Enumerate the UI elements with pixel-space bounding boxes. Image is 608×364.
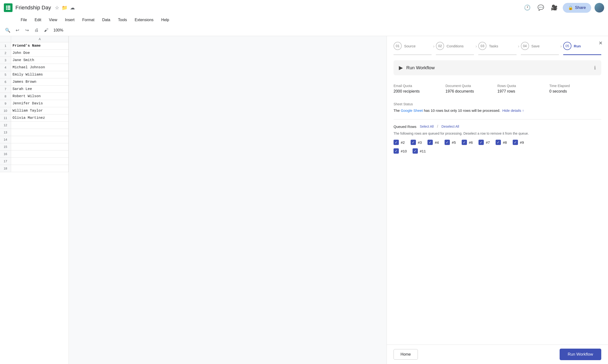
meet-icon[interactable]: 🎥: [549, 3, 559, 13]
print-icon[interactable]: 🖨: [32, 26, 41, 35]
cell-a5[interactable]: Emily Williams: [11, 71, 69, 78]
row-number: 9: [0, 100, 11, 107]
step-circle-2: 03: [478, 42, 486, 50]
cell-a11[interactable]: Olivia Martinez: [11, 115, 69, 122]
step-conditions[interactable]: 02 Conditions: [436, 42, 474, 55]
undo-icon[interactable]: ↩: [13, 26, 22, 35]
cb-check-0: ✓: [395, 140, 398, 144]
step-run[interactable]: 05 Run: [563, 42, 601, 55]
deselect-all-link[interactable]: Deselect All: [442, 125, 459, 128]
checkbox-row2[interactable]: ✓ #2: [394, 140, 405, 145]
folder-icon[interactable]: 📁: [62, 5, 68, 11]
table-row: 2 John Doe: [0, 50, 69, 57]
status-text-before: The: [394, 108, 401, 113]
search-icon[interactable]: 🔍: [3, 26, 12, 35]
cell-a8[interactable]: Robert Wilson: [11, 93, 69, 100]
cell-a9[interactable]: Jennifer Davis: [11, 100, 69, 107]
step-save[interactable]: 04 Save: [521, 42, 559, 55]
step-label-2: Tasks: [489, 44, 498, 48]
cell-a10[interactable]: William Taylor: [11, 107, 69, 115]
quota-value-3: 0 seconds: [549, 89, 601, 93]
google-sheet-link[interactable]: Google Sheet: [401, 108, 423, 113]
cb-label-3: #5: [452, 140, 456, 144]
quota-value-2: 1977 rows: [497, 89, 550, 93]
cb-box-4: ✓: [462, 140, 467, 145]
table-row: 9 Jennifer Davis: [0, 100, 69, 107]
table-row: 1 Friend's Name: [0, 42, 69, 50]
checkbox-row9[interactable]: ✓ #9: [513, 140, 524, 145]
step-tasks[interactable]: 03 Tasks: [478, 42, 516, 55]
cell-a13[interactable]: [11, 129, 69, 136]
row-number: 1: [0, 42, 11, 50]
cell-a4[interactable]: Michael Johnson: [11, 64, 69, 71]
select-all-link[interactable]: Select All: [420, 125, 434, 128]
comment-icon[interactable]: 💬: [536, 3, 546, 13]
menu-extensions[interactable]: Extensions: [131, 17, 157, 23]
cell-a15[interactable]: [11, 143, 69, 151]
menu-file[interactable]: File: [17, 17, 30, 23]
checkbox-row8[interactable]: ✓ #8: [496, 140, 507, 145]
checkbox-row7[interactable]: ✓ #7: [479, 140, 490, 145]
cell-a3[interactable]: Jane Smith: [11, 57, 69, 64]
checkbox-row5[interactable]: ✓ #5: [444, 140, 456, 145]
cb-box-7: ✓: [513, 140, 518, 145]
checkbox-row11[interactable]: ✓ #11: [413, 148, 426, 154]
run-workflow-header-box: ▶ Run Workflow ℹ: [394, 60, 601, 75]
row-number: 6: [0, 78, 11, 86]
checkbox-row4[interactable]: ✓ #4: [428, 140, 439, 145]
star-icon[interactable]: ☆: [55, 5, 59, 11]
cb-label-6: #8: [503, 140, 507, 144]
cb-label-2: #4: [435, 140, 439, 144]
quota-label-3: Time Elapsed: [549, 84, 601, 88]
menu-format[interactable]: Format: [79, 17, 98, 23]
cell-a2[interactable]: John Doe: [11, 50, 69, 57]
menu-edit[interactable]: Edit: [31, 17, 45, 23]
table-row: 13: [0, 129, 69, 136]
cell-a14[interactable]: [11, 136, 69, 143]
history-icon[interactable]: 🕐: [522, 3, 532, 13]
cloud-icon[interactable]: ☁: [70, 5, 75, 11]
format-paint-icon[interactable]: 🖌: [42, 26, 51, 35]
stepper-steps: 01 Source › 02 Conditions › 03 Tasks › 0…: [394, 42, 601, 55]
cb-box-2: ✓: [428, 140, 433, 145]
menu-insert[interactable]: Insert: [62, 17, 78, 23]
menu-tools[interactable]: Tools: [115, 17, 130, 23]
checkbox-row3[interactable]: ✓ #3: [411, 140, 422, 145]
hide-details-link[interactable]: Hide details ↑: [502, 108, 524, 113]
run-workflow-icon: ▶: [399, 65, 403, 71]
checkbox-row10[interactable]: ✓ #10: [394, 148, 407, 154]
share-button[interactable]: 🔒 Share: [563, 3, 591, 13]
table-row: 16: [0, 151, 69, 158]
stepper: 01 Source › 02 Conditions › 03 Tasks › 0…: [387, 36, 608, 55]
divider-1: [394, 119, 601, 119]
checkbox-row6[interactable]: ✓ #6: [462, 140, 473, 145]
redo-icon[interactable]: ↪: [23, 26, 31, 35]
info-icon[interactable]: ℹ: [594, 65, 596, 71]
step-label-1: Conditions: [446, 44, 464, 48]
run-workflow-button[interactable]: Run Workflow: [560, 349, 602, 360]
row-number: 3: [0, 57, 11, 64]
close-button[interactable]: ✕: [596, 39, 605, 47]
zoom-level[interactable]: 100%: [52, 28, 65, 32]
cell-a18[interactable]: [11, 165, 69, 172]
menu-data[interactable]: Data: [99, 17, 114, 23]
row-number: 8: [0, 93, 11, 100]
menu-view[interactable]: View: [45, 17, 60, 23]
cell-a1[interactable]: Friend's Name: [11, 42, 69, 50]
cb-check-3: ✓: [446, 140, 449, 144]
table-row: 4 Michael Johnson: [0, 64, 69, 71]
home-button[interactable]: Home: [394, 349, 418, 360]
cell-a7[interactable]: Sarah Lee: [11, 86, 69, 93]
cell-a17[interactable]: [11, 158, 69, 165]
avatar[interactable]: [594, 3, 604, 13]
step-source[interactable]: 01 Source: [394, 42, 432, 55]
cell-a6[interactable]: James Brown: [11, 78, 69, 86]
menu-help[interactable]: Help: [158, 17, 173, 23]
row-number: 7: [0, 86, 11, 93]
cell-a12[interactable]: [11, 122, 69, 129]
row-number: 17: [0, 158, 11, 165]
cell-a16[interactable]: [11, 151, 69, 158]
table-row: 6 James Brown: [0, 78, 69, 86]
sheet-status-text: The Google Sheet has 10 rows but only 10…: [394, 108, 601, 113]
cb-label-4: #6: [469, 140, 473, 144]
